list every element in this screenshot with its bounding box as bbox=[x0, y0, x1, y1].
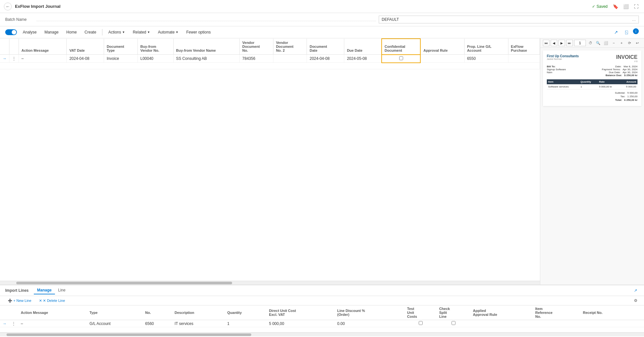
import-settings-icon[interactable]: ⚙ bbox=[632, 297, 639, 304]
bookmark-button[interactable]: 🔖 bbox=[611, 3, 619, 10]
manage-button[interactable]: Manage bbox=[41, 29, 62, 36]
invoice-title: INVOICE bbox=[616, 54, 637, 60]
imp-col-item-ref: ItemReferenceNo. bbox=[533, 305, 581, 320]
batch-name-input[interactable]: DEFAULT … bbox=[379, 16, 639, 23]
main-table: Action Message VAT Date DocumentType Buy… bbox=[0, 38, 540, 69]
main-table-container[interactable]: Action Message VAT Date DocumentType Buy… bbox=[0, 38, 540, 281]
back-button[interactable]: ← bbox=[4, 3, 12, 10]
imp-row-desc: IT services bbox=[172, 320, 225, 327]
fewer-options-button[interactable]: Fewer options bbox=[183, 29, 214, 36]
import-table-container[interactable]: Action Message Type No. Description Quan… bbox=[0, 305, 644, 332]
col-header-doc-type: DocumentType bbox=[104, 39, 138, 55]
delete-line-button[interactable]: ✕ ✕ Delete Line bbox=[36, 298, 68, 304]
invoice-bill-to: Bill To: Signup Software Nam bbox=[547, 65, 566, 77]
col-header-arrow bbox=[0, 39, 9, 55]
confidential-checkbox[interactable] bbox=[399, 56, 403, 60]
row-menu-icon[interactable]: ⋮ bbox=[12, 56, 16, 61]
imp-row-dots[interactable]: ⋮ bbox=[9, 320, 18, 327]
imp-col-unit-cost: Direct Unit CostExcl. VAT bbox=[266, 305, 335, 320]
rp-zoom-in-icon[interactable]: + bbox=[618, 40, 625, 46]
import-share-icon[interactable]: ↗ bbox=[632, 287, 639, 294]
imp-row-check-split[interactable] bbox=[437, 320, 470, 327]
info-icon[interactable]: i bbox=[633, 28, 639, 34]
bottom-hscroll-thumb[interactable] bbox=[7, 333, 251, 336]
automate-chevron-icon: ▼ bbox=[176, 31, 178, 34]
imp-col-qty: Quantity bbox=[225, 305, 266, 320]
page-number-input[interactable] bbox=[574, 40, 586, 46]
test-unit-checkbox[interactable] bbox=[419, 321, 423, 325]
filter-icon[interactable]: ⍂ bbox=[623, 28, 630, 36]
new-line-button[interactable]: ➕ + New Line bbox=[5, 298, 34, 304]
batch-name-label: Batch Name bbox=[5, 17, 31, 22]
main-content: Action Message VAT Date DocumentType Buy… bbox=[0, 38, 644, 336]
invoice-company: First Up Consultants bbox=[547, 54, 579, 58]
invoice-col-amount: Amount bbox=[620, 79, 637, 84]
col-header-confidential: ConfidentialDocument bbox=[382, 39, 420, 55]
actions-chevron-icon: ▼ bbox=[122, 31, 125, 34]
new-line-icon: ➕ bbox=[8, 299, 12, 303]
toggle-switch[interactable] bbox=[5, 29, 17, 35]
rp-undo-icon[interactable]: ↩ bbox=[634, 40, 640, 46]
nav-last-button[interactable]: ⏭ bbox=[566, 40, 573, 46]
rp-fit-icon[interactable]: ⬜ bbox=[603, 40, 609, 46]
col-header-action-message: Action Message bbox=[19, 39, 67, 55]
invoice-subtotal: Subtotal: 5 000,00 bbox=[547, 91, 637, 94]
invoice-amount: 5 000,00 bbox=[620, 84, 637, 89]
invoice-col-rate: Rate bbox=[598, 79, 620, 84]
imp-row-test-unit[interactable] bbox=[404, 320, 437, 327]
import-lines-header: Import Lines Manage Manage Line ↗ bbox=[0, 285, 644, 296]
invoice-billed-to: Jackie Norman bbox=[547, 58, 579, 60]
invoice-item: Software services bbox=[547, 84, 579, 89]
imp-col-dots bbox=[9, 305, 18, 320]
imp-col-test-unit: TestUnitCosts bbox=[404, 305, 437, 320]
row-dots-cell[interactable]: ⋮ bbox=[9, 55, 19, 63]
row-buy-from-name: SS Consulting AB bbox=[173, 55, 240, 63]
batch-more-icon[interactable]: … bbox=[632, 17, 636, 22]
expand-button[interactable]: ⛶ bbox=[632, 3, 640, 10]
tab-manage-active[interactable]: Manage bbox=[34, 287, 55, 294]
col-header-vendor-doc-no: VendorDocumentNo. bbox=[240, 39, 273, 55]
imp-row-no: 6560 bbox=[143, 320, 172, 327]
row-confidential[interactable] bbox=[382, 55, 420, 63]
rp-zoom-out-icon[interactable]: − bbox=[611, 40, 617, 46]
invoice-line-table: Item Quantity Rate Amount Software servi… bbox=[547, 79, 637, 89]
rp-tool1-icon[interactable]: ⏱ bbox=[587, 40, 594, 46]
batch-name-value: DEFAULT bbox=[382, 17, 399, 22]
rp-rotate-icon[interactable]: ⟳ bbox=[626, 40, 633, 46]
imp-col-no: No. bbox=[143, 305, 172, 320]
home-button[interactable]: Home bbox=[63, 29, 80, 36]
imp-row-receipt bbox=[580, 320, 633, 327]
bottom-hscrollbar[interactable] bbox=[0, 332, 644, 336]
main-hscrollbar[interactable] bbox=[0, 281, 540, 285]
related-button[interactable]: Related ▼ bbox=[129, 29, 153, 36]
automate-button[interactable]: Automate ▼ bbox=[155, 29, 182, 36]
imp-col-extra bbox=[633, 305, 644, 320]
imp-row-menu-icon[interactable]: ⋮ bbox=[12, 321, 16, 326]
batch-dots bbox=[36, 18, 376, 21]
main-hscroll-thumb[interactable] bbox=[16, 282, 232, 284]
invoice-totals: Subtotal: 5 000,00 Tax: 1 250,00 Total: … bbox=[547, 91, 637, 101]
batch-row: Batch Name DEFAULT … bbox=[0, 13, 644, 26]
nav-first-button[interactable]: ⏮ bbox=[543, 40, 549, 46]
analyse-button[interactable]: Analyse bbox=[20, 29, 40, 36]
invoice-details: Bill To: Signup Software Nam Date: Mar 8… bbox=[547, 65, 637, 77]
imp-col-arrow bbox=[0, 305, 9, 320]
toolbar-right-actions: ↗ ⍂ i bbox=[612, 28, 639, 36]
bottom-section: Import Lines Manage Manage Line ↗ ➕ + Ne… bbox=[0, 285, 644, 336]
invoice-total: Total: 6 250,00 kr bbox=[547, 99, 637, 101]
col-header-exflow: ExFlowPurchase bbox=[508, 39, 540, 55]
share-icon[interactable]: ↗ bbox=[612, 28, 620, 36]
actions-button[interactable]: Actions ▼ bbox=[105, 29, 128, 36]
rp-search-icon[interactable]: 🔍 bbox=[595, 40, 601, 46]
nav-prev-button[interactable]: ◀ bbox=[551, 40, 557, 46]
imp-row-line-discount: 0.00 bbox=[335, 320, 404, 327]
nav-next-button[interactable]: ▶ bbox=[559, 40, 565, 46]
col-header-approval-rule: Approval Rule bbox=[420, 39, 464, 55]
checkmark-icon: ✓ bbox=[592, 4, 595, 9]
row-arrow-icon: → bbox=[3, 56, 7, 61]
tab-line[interactable]: Line bbox=[55, 287, 69, 294]
check-split-checkbox[interactable] bbox=[452, 321, 455, 325]
open-new-button[interactable]: ⬜ bbox=[622, 3, 630, 10]
delete-line-icon: ✕ bbox=[39, 299, 42, 303]
create-button[interactable]: Create bbox=[81, 29, 99, 36]
